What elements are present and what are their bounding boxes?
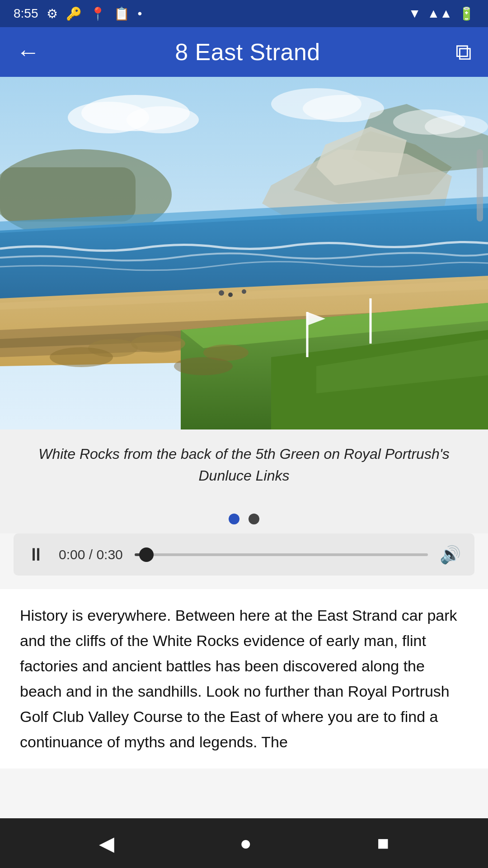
signal-icon: ▲▲	[427, 6, 452, 21]
svg-point-34	[425, 115, 488, 138]
wifi-icon: ▼	[408, 6, 421, 21]
time-display: 8:55	[14, 6, 38, 21]
dot-1[interactable]	[229, 514, 239, 524]
progress-fill	[135, 553, 146, 556]
svg-point-21	[174, 357, 233, 375]
nav-back-button[interactable]: ◀	[99, 832, 114, 855]
page-title: 8 East Strand	[175, 38, 320, 66]
time-separator: /	[85, 547, 96, 562]
body-paragraph: History is everywhere. Between here at t…	[20, 607, 457, 750]
map-button[interactable]: ⧉	[455, 39, 472, 66]
status-left: 8:55 ⚙ 🔑 📍 📋 •	[14, 6, 142, 21]
svg-rect-35	[477, 149, 483, 222]
svg-point-30	[127, 106, 199, 133]
svg-point-32	[303, 95, 384, 122]
back-button[interactable]: ←	[16, 38, 40, 66]
svg-rect-2	[0, 167, 136, 222]
svg-point-20	[50, 347, 113, 367]
battery-icon: 🔋	[459, 6, 474, 21]
audio-player: ⏸ 0:00 / 0:30 🔊	[14, 533, 474, 576]
progress-track[interactable]	[135, 553, 428, 556]
bottom-nav: ◀ ● ■	[0, 818, 488, 868]
svg-point-17	[131, 335, 185, 353]
image-dots	[0, 500, 488, 533]
location-icon: 📍	[90, 6, 106, 21]
svg-point-27	[242, 289, 246, 294]
content-text: History is everywhere. Between here at t…	[0, 589, 488, 769]
svg-point-26	[228, 292, 233, 297]
dot-icon: •	[138, 6, 142, 21]
dot-2[interactable]	[249, 514, 259, 524]
image-caption: White Rocks from the back of the 5th Gre…	[0, 429, 488, 500]
current-time: 0:00	[59, 547, 85, 562]
volume-button[interactable]: 🔊	[440, 545, 461, 565]
status-bar: 8:55 ⚙ 🔑 📍 📋 • ▼ ▲▲ 🔋	[0, 0, 488, 27]
caption-text: White Rocks from the back of the 5th Gre…	[38, 446, 450, 484]
svg-point-25	[219, 290, 224, 296]
progress-thumb[interactable]	[139, 547, 154, 562]
pause-button[interactable]: ⏸	[27, 544, 47, 565]
total-time: 0:30	[96, 547, 122, 562]
top-bar: ← 8 East Strand ⧉	[0, 27, 488, 77]
key-icon: 🔑	[66, 6, 82, 21]
hero-image	[0, 77, 488, 429]
time-display: 0:00 / 0:30	[59, 547, 123, 562]
clipboard-icon: 📋	[114, 6, 130, 21]
nav-recents-button[interactable]: ■	[377, 832, 389, 854]
nav-home-button[interactable]: ●	[239, 832, 252, 854]
settings-icon: ⚙	[47, 6, 58, 21]
status-right: ▼ ▲▲ 🔋	[408, 6, 474, 21]
